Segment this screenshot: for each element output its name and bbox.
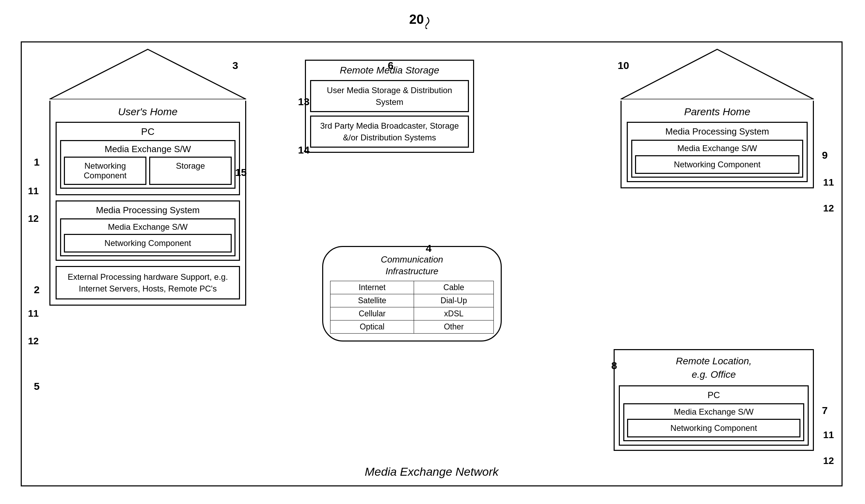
pc-storage-box: Storage: [149, 157, 232, 185]
comm-row3-col2: xDSL: [414, 307, 494, 320]
ref-10: 10: [618, 60, 629, 71]
comm-infrastructure: CommunicationInfrastructure Internet Cab…: [322, 246, 502, 342]
ref-7: 7: [822, 405, 828, 416]
remote-location: Remote Location, e.g. Office PC Media Ex…: [614, 349, 814, 451]
ref-12-mps: 12: [28, 336, 39, 347]
users-home-house: User's Home PC Media Exchange S/W Networ…: [49, 48, 246, 306]
third-party-media: 3rd Party Media Broadcaster, Storage &/o…: [310, 116, 469, 148]
ref-9: 9: [822, 149, 828, 161]
external-processing-box: External Processing hardware Support, e.…: [56, 266, 240, 299]
parents-home-roof: [621, 48, 814, 99]
remote-pc-inner: Media Exchange S/W Networking Component: [623, 403, 804, 441]
remote-pc-outer: PC Media Exchange S/W Networking Compone…: [619, 385, 809, 446]
comm-infra-table: Internet Cable Satellite Dial-Up Cellula…: [330, 281, 494, 334]
ref-12-pc: 12: [28, 213, 39, 224]
comm-row1-col1: Internet: [330, 281, 414, 294]
comm-row1-col2: Cable: [414, 281, 494, 294]
users-home-label: User's Home: [56, 106, 240, 118]
comm-row4-col1: Optical: [330, 320, 414, 333]
svg-marker-6: [621, 49, 814, 99]
comm-infra-title: CommunicationInfrastructure: [330, 254, 494, 277]
comm-row2-col2: Dial-Up: [414, 294, 494, 307]
remote-pc-mexchange: Media Exchange S/W: [627, 407, 800, 417]
comm-row4-col2: Other: [414, 320, 494, 333]
users-home-mps-inner: Media Exchange S/W Networking Component: [60, 218, 236, 256]
comm-row2-col1: Satellite: [330, 294, 414, 307]
pc-box: PC Media Exchange S/W Networking Compone…: [56, 122, 240, 195]
ref-3: 3: [232, 60, 238, 71]
figure-number: 20: [409, 12, 446, 29]
ref-11-parents: 11: [823, 177, 834, 188]
users-home-media-processing-box: Media Processing System Media Exchange S…: [56, 200, 240, 261]
ref-13: 13: [298, 96, 309, 108]
parents-mps-networking: Networking Component: [635, 155, 799, 174]
remote-pc-title: PC: [623, 390, 804, 401]
remote-pc-networking: Networking Component: [627, 419, 800, 437]
ref-5: 5: [34, 381, 40, 392]
parents-mps-inner: Media Exchange S/W Networking Component: [631, 140, 803, 178]
users-home-mps-title: Media Processing System: [60, 205, 236, 216]
parents-home-label: Parents Home: [627, 106, 808, 118]
pc-media-exchange-label: Media Exchange S/W: [64, 144, 232, 155]
ref-11-mps: 11: [28, 308, 39, 319]
user-media-storage: User Media Storage & Distribution System: [310, 80, 469, 112]
users-home-roof: [49, 48, 246, 99]
ref-11-remote: 11: [823, 429, 834, 441]
remote-media-storage: Remote Media Storage User Media Storage …: [305, 60, 474, 153]
parents-mps-title: Media Processing System: [631, 126, 803, 137]
ref-14: 14: [298, 144, 309, 156]
remote-location-title: Remote Location, e.g. Office: [619, 354, 809, 381]
ref-15: 15: [235, 167, 247, 178]
network-label: Media Exchange Network: [365, 465, 498, 478]
comm-row3-col1: Cellular: [330, 307, 414, 320]
ref-4: 4: [426, 243, 432, 254]
patent-diagram-page: { "figure_number": "20", "network_label"…: [0, 0, 865, 504]
parents-mps-mexchange: Media Exchange S/W: [635, 144, 799, 153]
pc-media-exchange-box: Media Exchange S/W Networking Component …: [60, 140, 236, 189]
parents-home-house: Parents Home Media Processing System Med…: [621, 48, 814, 188]
ref-6: 6: [388, 60, 394, 71]
main-diagram-border: User's Home PC Media Exchange S/W Networ…: [21, 41, 843, 486]
ref-12-parents: 12: [823, 203, 834, 214]
users-home-mps-networking: Networking Component: [64, 234, 232, 253]
ref-12-remote: 12: [823, 455, 834, 466]
ref-1: 1: [34, 156, 40, 168]
ref-11-pc: 11: [28, 186, 39, 197]
pc-title: PC: [60, 126, 236, 137]
pc-networking-box: Networking Component: [64, 157, 146, 185]
svg-marker-5: [49, 49, 246, 99]
ref-8: 8: [611, 360, 617, 372]
ref-2: 2: [34, 284, 40, 296]
parents-mps-outer: Media Processing System Media Exchange S…: [627, 122, 808, 182]
users-home-mps-mexchange: Media Exchange S/W: [64, 222, 232, 232]
external-processing-text: External Processing hardware Support, e.…: [61, 271, 235, 294]
